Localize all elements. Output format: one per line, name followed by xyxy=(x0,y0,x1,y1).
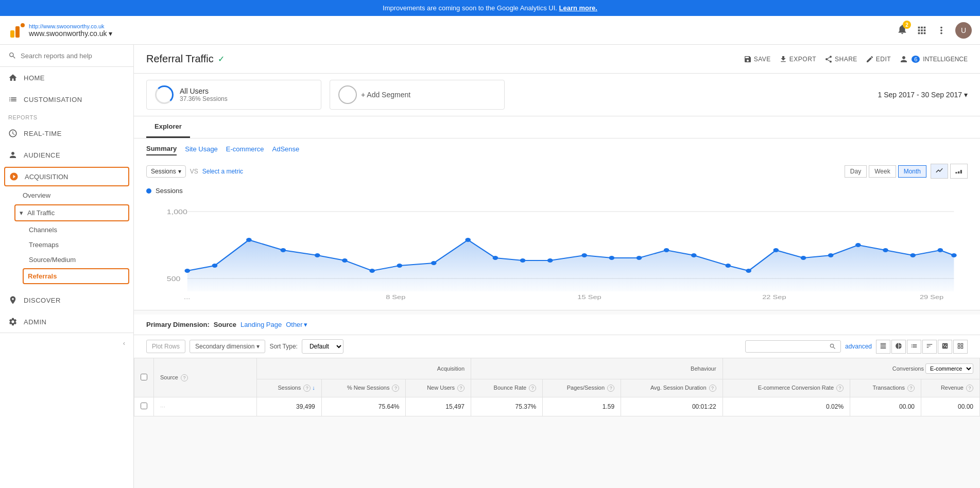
select-metric-link[interactable]: Select a metric xyxy=(202,168,243,175)
revenue-help-icon[interactable]: ? xyxy=(966,385,973,392)
dim-other[interactable]: Other ▾ xyxy=(286,321,307,328)
new-users-help-icon[interactable]: ? xyxy=(457,385,465,392)
more-vert-icon[interactable] xyxy=(936,25,947,36)
sidebar-item-acquisition[interactable]: ACQUISITION xyxy=(4,167,129,186)
sidebar-item-admin[interactable]: ADMIN xyxy=(0,311,133,333)
search-input[interactable] xyxy=(21,52,125,60)
table-search-icon[interactable] xyxy=(829,343,836,350)
sidebar-collapse-button[interactable]: ‹ xyxy=(0,333,133,353)
bounce-help-icon[interactable]: ? xyxy=(529,385,536,392)
time-btn-week[interactable]: Week xyxy=(869,165,896,178)
top-banner: Improvements are coming soon to the Goog… xyxy=(0,0,980,16)
subtab-adsense[interactable]: AdSense xyxy=(272,143,300,155)
row-checkbox[interactable] xyxy=(141,403,147,409)
view-btn-sort[interactable] xyxy=(922,340,937,354)
dim-landing-page[interactable]: Landing Page xyxy=(240,321,282,328)
svg-point-21 xyxy=(609,256,615,260)
view-btn-table[interactable] xyxy=(876,340,890,354)
subtab-site-usage[interactable]: Site Usage xyxy=(185,143,218,155)
segment-circle-icon xyxy=(155,85,174,104)
reports-section-label: Reports xyxy=(0,110,133,123)
share-button[interactable]: SHARE xyxy=(824,55,857,63)
sidebar-item-discover[interactable]: DISCOVER xyxy=(0,289,133,311)
advanced-link[interactable]: advanced xyxy=(845,343,872,350)
explorer-tabs: Explorer xyxy=(134,116,980,138)
ecommerce-type-select[interactable]: E-commerce Goals xyxy=(925,363,973,374)
apps-icon[interactable] xyxy=(916,25,927,36)
sidebar-item-channels[interactable]: Channels xyxy=(0,222,133,237)
select-all-checkbox[interactable] xyxy=(141,374,147,380)
sidebar-item-overview[interactable]: Overview xyxy=(0,187,133,203)
metric-dropdown[interactable]: Sessions ▾ xyxy=(146,165,186,178)
intelligence-button[interactable]: 6 INTELLIGENCE xyxy=(899,55,968,64)
svg-point-16 xyxy=(465,238,471,242)
transactions-help-icon[interactable]: ? xyxy=(907,385,915,392)
row-revenue-cell: 00.00 xyxy=(921,397,980,416)
svg-point-19 xyxy=(547,258,553,263)
site-dropdown-arrow[interactable]: ▾ xyxy=(109,29,112,38)
banner-link[interactable]: Learn more. xyxy=(559,4,597,12)
sidebar-item-customisation[interactable]: CUSTOMISATION xyxy=(0,89,133,110)
sidebar-search[interactable] xyxy=(0,45,133,67)
tab-explorer[interactable]: Explorer xyxy=(146,116,190,138)
discover-label: DISCOVER xyxy=(24,297,61,304)
header-logo: http://www.swoonworthy.co.uk www.swoonwo… xyxy=(8,22,897,39)
svg-point-24 xyxy=(691,253,697,257)
svg-point-31 xyxy=(883,248,888,252)
pct-new-help-icon[interactable]: ? xyxy=(392,385,399,392)
svg-point-26 xyxy=(746,269,751,273)
plot-rows-button[interactable]: Plot Rows xyxy=(146,340,185,353)
time-btn-month[interactable]: Month xyxy=(898,165,926,178)
sort-type-select[interactable]: Default xyxy=(302,339,343,354)
user-avatar[interactable]: U xyxy=(955,22,972,39)
all-users-segment[interactable]: All Users 37.36% Sessions xyxy=(146,80,321,110)
view-btn-pie[interactable] xyxy=(891,340,906,354)
svg-point-34 xyxy=(951,253,957,257)
main-content: Referral Traffic ✓ SAVE EXPORT SHARE xyxy=(134,45,980,488)
sidebar-item-all-traffic[interactable]: ▾ All Traffic xyxy=(14,204,129,221)
dim-source[interactable]: Source xyxy=(214,321,236,328)
svg-text:15 Sep: 15 Sep xyxy=(577,294,601,301)
export-button[interactable]: EXPORT xyxy=(779,55,816,63)
add-segment-button[interactable]: + Add Segment xyxy=(330,80,505,110)
secondary-dimension-button[interactable]: Secondary dimension ▾ xyxy=(190,340,265,353)
view-btn-percent[interactable] xyxy=(938,340,952,354)
subtab-ecommerce[interactable]: E-commerce xyxy=(226,143,264,155)
sidebar-item-referrals[interactable]: Referrals xyxy=(23,268,129,284)
chart-type-line[interactable] xyxy=(931,164,948,179)
ecommerce-help-icon[interactable]: ? xyxy=(836,385,844,392)
sort-arrow-icon[interactable]: ↓ xyxy=(312,385,315,391)
view-btn-grid[interactable] xyxy=(953,340,968,354)
svg-point-11 xyxy=(315,253,320,257)
customisation-icon xyxy=(8,95,18,104)
notification-button[interactable]: 2 xyxy=(897,24,908,37)
edit-button[interactable]: EDIT xyxy=(866,55,891,63)
sidebar-item-home[interactable]: HOME xyxy=(0,67,133,89)
site-url[interactable]: www.swoonworthy.co.uk ▾ xyxy=(29,29,112,38)
save-button[interactable]: SAVE xyxy=(744,55,771,63)
table-search-input[interactable] xyxy=(750,343,827,350)
sidebar-item-source-medium[interactable]: Source/Medium xyxy=(0,252,133,267)
row-new-users-cell: 15,497 xyxy=(406,397,471,416)
svg-point-12 xyxy=(342,258,348,263)
chart-type-bar[interactable] xyxy=(950,164,968,179)
metric-value: Sessions xyxy=(151,168,176,175)
time-buttons: Day Week Month xyxy=(845,165,926,178)
source-help-icon[interactable]: ? xyxy=(181,374,188,381)
view-btn-list[interactable] xyxy=(907,340,921,354)
audience-icon xyxy=(8,150,18,160)
th-source: Source ? xyxy=(154,358,257,397)
avg-session-help-icon[interactable]: ? xyxy=(709,385,716,392)
sessions-help-icon[interactable]: ? xyxy=(303,385,311,392)
sidebar-item-treemaps[interactable]: Treemaps xyxy=(0,237,133,252)
share-icon xyxy=(824,55,833,63)
date-range-picker[interactable]: 1 Sep 2017 - 30 Sep 2017 ▾ xyxy=(878,91,968,99)
vs-label: VS xyxy=(190,168,198,175)
audience-label: AUDIENCE xyxy=(24,151,60,159)
sidebar-item-audience[interactable]: AUDIENCE xyxy=(0,144,133,166)
subtab-summary[interactable]: Summary xyxy=(146,143,177,155)
pages-help-icon[interactable]: ? xyxy=(607,385,614,392)
save-icon xyxy=(744,55,752,63)
time-btn-day[interactable]: Day xyxy=(845,165,867,178)
sidebar-item-realtime[interactable]: REAL-TIME xyxy=(0,123,133,144)
